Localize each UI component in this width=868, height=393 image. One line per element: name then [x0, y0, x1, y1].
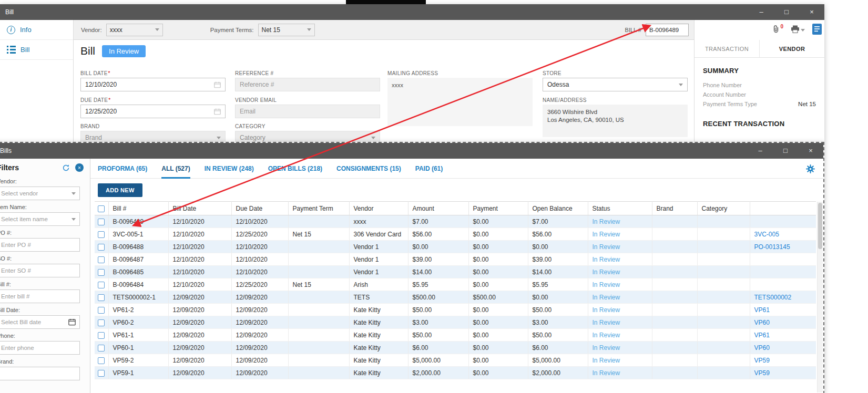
cell-category: [697, 354, 750, 367]
cell-link[interactable]: VP61: [750, 329, 816, 342]
row-checkbox[interactable]: [98, 269, 105, 276]
col-open-balance[interactable]: Open Balance: [528, 202, 588, 215]
tab-transaction[interactable]: TRANSACTION: [695, 40, 759, 57]
minimize-button[interactable]: –: [748, 143, 773, 159]
row-checkbox[interactable]: [98, 219, 105, 225]
sidebar-item-info[interactable]: i Info: [0, 20, 73, 40]
filter-brand-input[interactable]: [0, 367, 80, 380]
placeholder-text: Select Bill date: [1, 319, 41, 325]
store-dropdown[interactable]: Odessa: [543, 78, 688, 91]
close-button[interactable]: ×: [799, 4, 824, 20]
vertical-scrollbar[interactable]: [817, 202, 823, 392]
col-bill-no[interactable]: Bill #: [108, 202, 168, 215]
col-amount[interactable]: Amount: [408, 202, 468, 215]
row-checkbox[interactable]: [98, 357, 105, 364]
tab-consignments[interactable]: CONSIGNMENTS (15): [336, 159, 401, 179]
cell-link[interactable]: 3VC-005: [750, 228, 816, 241]
cell-link[interactable]: VP60: [750, 342, 816, 354]
cell-payment: $0.00: [468, 316, 528, 329]
row-checkbox[interactable]: [98, 282, 105, 288]
col-brand[interactable]: Brand: [652, 202, 697, 215]
table-row[interactable]: VP60-112/09/202012/09/2020Kate Kitty$6.0…: [95, 342, 816, 354]
row-checkbox[interactable]: [98, 345, 105, 351]
table-row[interactable]: 3VC-005-112/10/202012/25/2020Net 15306 V…: [95, 228, 816, 241]
table-row[interactable]: VP59-112/09/202012/09/2020Kate Kitty$2,0…: [95, 367, 816, 379]
table-row[interactable]: B-009648712/10/202012/10/2020Vendor 1$39…: [95, 253, 816, 266]
category-dropdown[interactable]: Category: [235, 131, 380, 142]
filter-phone-input[interactable]: [0, 341, 80, 355]
tab-proforma[interactable]: PROFORMA (65): [98, 159, 147, 179]
vendor-dropdown[interactable]: xxxx: [106, 24, 163, 36]
filter-bill-input[interactable]: [0, 289, 80, 303]
col-link[interactable]: [750, 202, 816, 215]
cell-due-date: 12/10/2020: [231, 266, 288, 278]
close-button[interactable]: ×: [798, 143, 823, 159]
cell-link[interactable]: VP61: [750, 304, 816, 316]
bill-date-input[interactable]: 12/10/2020: [80, 78, 226, 91]
scrollbar-thumb[interactable]: [818, 203, 822, 249]
col-payment[interactable]: Payment: [468, 202, 528, 215]
row-checkbox[interactable]: [98, 332, 105, 339]
row-checkbox[interactable]: [98, 307, 105, 314]
due-date-input[interactable]: 12/25/2020: [80, 105, 226, 118]
row-checkbox[interactable]: [98, 256, 105, 263]
gear-icon[interactable]: [806, 164, 815, 173]
col-bill-date[interactable]: Bill Date: [168, 202, 231, 215]
payment-terms-dropdown[interactable]: Net 15: [258, 24, 315, 36]
table-row[interactable]: TETS000002-112/09/202012/09/2020TETS$500…: [95, 291, 816, 304]
cell-link[interactable]: PO-0013145: [750, 241, 816, 253]
table-row[interactable]: VP59-212/09/202012/09/2020Kate Kitty$5,0…: [95, 354, 816, 367]
reference-input[interactable]: Reference #: [235, 78, 380, 91]
cell-link[interactable]: VP60: [750, 316, 816, 329]
cell-brand: [652, 342, 697, 354]
filter-item-name-select[interactable]: Select item name: [0, 212, 80, 226]
cell-link[interactable]: VP59: [750, 367, 816, 379]
filter-po-input[interactable]: [0, 238, 80, 252]
tab-paid[interactable]: PAID (61): [415, 159, 443, 179]
col-payment-term[interactable]: Payment Term: [288, 202, 349, 215]
row-checkbox[interactable]: [98, 370, 105, 377]
attachments-button[interactable]: 0: [772, 25, 783, 36]
refresh-icon[interactable]: [62, 164, 70, 172]
col-status[interactable]: Status: [588, 202, 652, 215]
tab-open-bills[interactable]: OPEN BILLS (218): [268, 159, 322, 179]
tab-all[interactable]: ALL (527): [161, 159, 190, 179]
add-new-button[interactable]: ADD NEW: [98, 183, 142, 197]
sidebar-item-bill[interactable]: Bill: [0, 40, 73, 60]
row-checkbox[interactable]: [98, 294, 105, 301]
row-checkbox[interactable]: [98, 244, 105, 251]
table-row[interactable]: B-009648912/10/202012/10/2020xxxx$7.00$0…: [95, 215, 816, 228]
maximize-button[interactable]: □: [774, 4, 799, 20]
table-row[interactable]: B-009648812/10/202012/10/2020Vendor 1$0.…: [95, 241, 816, 253]
col-category[interactable]: Category: [697, 202, 750, 215]
table-row[interactable]: VP61-212/09/202012/09/2020Kate Kitty$50.…: [95, 304, 816, 316]
bills-window-titlebar[interactable]: Bills – □ ×: [0, 143, 823, 159]
table-row[interactable]: B-009648412/10/202012/25/2020Net 15Arish…: [95, 278, 816, 291]
tab-in-review[interactable]: IN REVIEW (248): [205, 159, 254, 179]
row-checkbox[interactable]: [98, 231, 105, 238]
col-due-date[interactable]: Due Date: [231, 202, 288, 215]
bill-number-input[interactable]: [646, 24, 689, 36]
minimize-button[interactable]: –: [749, 4, 774, 20]
clear-filters-icon[interactable]: ×: [75, 163, 84, 172]
print-button[interactable]: [791, 25, 805, 35]
table-row[interactable]: B-009648512/10/202012/10/2020Vendor 1$14…: [95, 266, 816, 278]
col-vendor[interactable]: Vendor: [349, 202, 408, 215]
brand-dropdown[interactable]: Brand: [80, 131, 226, 142]
tab-vendor[interactable]: VENDOR: [759, 40, 824, 57]
maximize-button[interactable]: □: [773, 143, 798, 159]
cell-link[interactable]: TETS000002: [750, 291, 816, 304]
select-all-checkbox[interactable]: [98, 205, 105, 212]
cell-link[interactable]: VP59: [750, 354, 816, 367]
vendor-email-input[interactable]: Email: [235, 105, 380, 118]
mailing-address-box[interactable]: xxxx: [387, 78, 533, 126]
document-icon[interactable]: [812, 24, 822, 37]
filter-so-input[interactable]: [0, 264, 80, 277]
bill-window-titlebar[interactable]: Bill – □ ×: [0, 4, 824, 20]
row-checkbox[interactable]: [98, 319, 105, 326]
filter-vendor-select[interactable]: Select vendor: [0, 187, 80, 200]
table-row[interactable]: VP60-212/09/202012/09/2020Kate Kitty$3.0…: [95, 316, 816, 329]
filter-bill-date-date-input[interactable]: Select Bill date: [0, 315, 80, 329]
table-row[interactable]: VP61-112/09/202012/09/2020Kate Kitty$50.…: [95, 329, 816, 342]
store-value: Odessa: [547, 81, 569, 88]
